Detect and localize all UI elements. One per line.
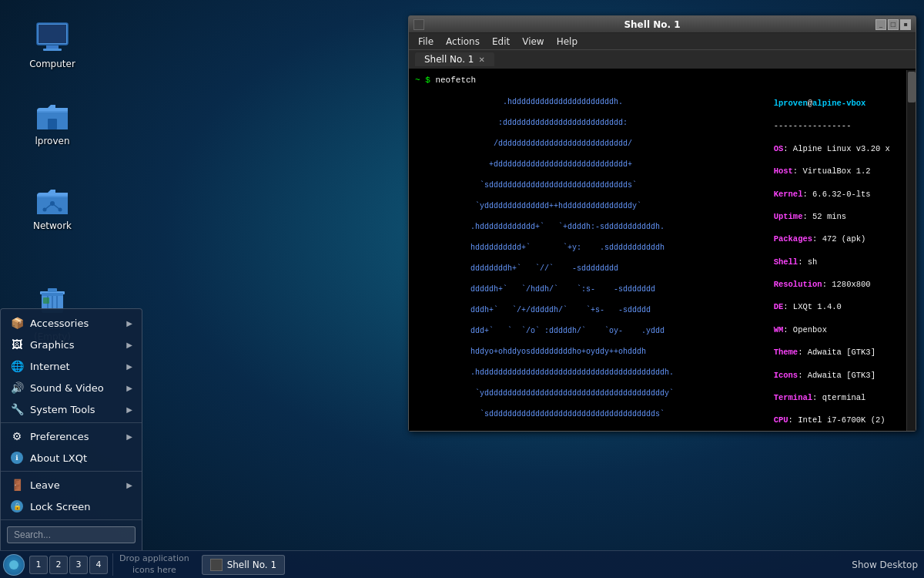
menu-item-system-tools[interactable]: 🔧 System Tools ▶ bbox=[1, 398, 142, 420]
menu-item-about-lxqt[interactable]: ℹ About LXQt bbox=[1, 447, 142, 469]
search-input[interactable] bbox=[7, 526, 136, 543]
svg-point-22 bbox=[9, 560, 18, 570]
menu-separator-2 bbox=[1, 471, 142, 472]
internet-icon: 🌐 bbox=[10, 359, 24, 373]
taskbar-left: 1 2 3 4 Drop application icons here bbox=[0, 553, 199, 576]
sound-video-arrow: ▶ bbox=[126, 384, 132, 392]
menu-item-accessories[interactable]: 📦 Accessories ▶ bbox=[1, 312, 142, 334]
preferences-icon: ⚙ bbox=[10, 429, 24, 443]
terminal-menu-edit[interactable]: Edit bbox=[486, 35, 516, 49]
terminal-menu-file[interactable]: File bbox=[412, 35, 440, 49]
start-menu: 📦 Accessories ▶ 🖼 Graphics ▶ 🌐 Internet … bbox=[0, 308, 142, 550]
svg-rect-20 bbox=[42, 293, 63, 296]
menu-item-lock-screen[interactable]: 🔒 Lock Screen bbox=[1, 496, 142, 517]
svg-rect-1 bbox=[38, 25, 66, 43]
terminal-window: Shell No. 1 _ □ ▪ File Actions Edit View… bbox=[408, 15, 916, 432]
taskbar-windows: Shell No. 1 bbox=[199, 555, 846, 575]
restore-button[interactable]: ▪ bbox=[900, 19, 911, 30]
svg-rect-2 bbox=[46, 45, 59, 49]
system-tools-arrow: ▶ bbox=[126, 405, 132, 414]
terminal-tab-bar: Shell No. 1 ✕ bbox=[409, 50, 916, 70]
neofetch-ascii-art: .hddddddddddddddddddddddh. :dddddddddddd… bbox=[415, 86, 715, 431]
graphics-label: Graphics bbox=[30, 339, 74, 351]
svg-rect-21 bbox=[43, 297, 49, 304]
terminal-title: Shell No. 1 bbox=[429, 19, 875, 30]
pager-4-button[interactable]: 4 bbox=[89, 556, 108, 574]
maximize-button[interactable]: □ bbox=[888, 19, 899, 30]
system-tools-icon: 🔧 bbox=[10, 402, 24, 416]
pager-2-button[interactable]: 2 bbox=[49, 556, 68, 574]
pager-1-button[interactable]: 1 bbox=[29, 556, 48, 574]
terminal-title-buttons: _ □ ▪ bbox=[875, 19, 911, 30]
terminal-content[interactable]: ~ $ neofetch .hddddddddddddddddddddddh. … bbox=[409, 70, 906, 431]
lock-screen-label: Lock Screen bbox=[30, 501, 90, 512]
leave-icon: 🚪 bbox=[10, 478, 24, 492]
menu-item-internet[interactable]: 🌐 Internet ▶ bbox=[1, 355, 142, 377]
preferences-label: Preferences bbox=[30, 431, 89, 442]
terminal-menu-view[interactable]: View bbox=[516, 35, 550, 49]
terminal-titlebar: Shell No. 1 _ □ ▪ bbox=[409, 16, 916, 33]
menu-item-sound-video[interactable]: 🔊 Sound & Video ▶ bbox=[1, 377, 142, 398]
desktop-icon-computer[interactable]: Computer bbox=[22, 15, 83, 72]
scrollbar-thumb[interactable] bbox=[908, 72, 916, 102]
leave-arrow: ▶ bbox=[126, 481, 132, 489]
desktop-icon-network[interactable]: Network bbox=[22, 177, 83, 234]
lxqt-logo-icon bbox=[8, 559, 20, 571]
leave-label: Leave bbox=[30, 479, 60, 491]
preferences-arrow: ▶ bbox=[126, 432, 132, 441]
terminal-tab-1[interactable]: Shell No. 1 ✕ bbox=[415, 52, 494, 66]
tab-close-button[interactable]: ✕ bbox=[478, 55, 484, 64]
pager-3-button[interactable]: 3 bbox=[69, 556, 88, 574]
menu-separator-3 bbox=[1, 519, 142, 520]
search-area bbox=[1, 523, 142, 547]
menu-item-leave[interactable]: 🚪 Leave ▶ bbox=[1, 474, 142, 496]
minimize-button[interactable]: _ bbox=[875, 19, 886, 30]
neofetch-output: .hddddddddddddddddddddddh. :dddddddddddd… bbox=[415, 86, 900, 431]
pager-2-label: 2 bbox=[56, 560, 62, 570]
svg-rect-3 bbox=[43, 49, 62, 51]
lock-icon-circle: 🔒 bbox=[11, 500, 23, 512]
shell-window-icon bbox=[210, 559, 223, 571]
lock-screen-icon: 🔒 bbox=[10, 499, 24, 513]
drop-zone-label: Drop application icons here bbox=[112, 553, 196, 576]
terminal-body: ~ $ neofetch .hddddddddddddddddddddddh. … bbox=[409, 70, 916, 431]
show-desktop-button[interactable]: Show Desktop bbox=[845, 560, 924, 570]
system-tools-label: System Tools bbox=[30, 404, 95, 415]
internet-arrow: ▶ bbox=[126, 362, 132, 371]
network-icon-label: Network bbox=[33, 220, 72, 231]
graphics-arrow: ▶ bbox=[126, 341, 132, 349]
terminal-command: neofetch bbox=[435, 76, 476, 85]
about-icon-circle: ℹ bbox=[11, 452, 23, 464]
terminal-tab-label: Shell No. 1 bbox=[424, 54, 474, 65]
home-icon-label: lproven bbox=[35, 136, 69, 146]
accessories-icon: 📦 bbox=[10, 316, 24, 330]
network-icon bbox=[34, 180, 71, 217]
svg-rect-6 bbox=[48, 119, 57, 129]
about-lxqt-icon: ℹ bbox=[10, 451, 24, 465]
lxqt-menu-button[interactable] bbox=[3, 554, 25, 576]
pager-1-label: 1 bbox=[36, 560, 42, 570]
shell-window-label: Shell No. 1 bbox=[227, 560, 276, 570]
internet-label: Internet bbox=[30, 361, 70, 372]
terminal-app-icon bbox=[413, 19, 424, 30]
svg-rect-16 bbox=[48, 288, 57, 292]
graphics-icon: 🖼 bbox=[10, 338, 24, 351]
computer-icon bbox=[34, 18, 71, 55]
terminal-menu-help[interactable]: Help bbox=[551, 35, 584, 49]
terminal-prompt-1: ~ $ bbox=[415, 76, 435, 85]
pager-4-label: 4 bbox=[96, 560, 102, 570]
menu-item-preferences[interactable]: ⚙ Preferences ▶ bbox=[1, 425, 142, 447]
terminal-menu-actions[interactable]: Actions bbox=[440, 35, 486, 49]
menu-item-graphics[interactable]: 🖼 Graphics ▶ bbox=[1, 334, 142, 355]
accessories-label: Accessories bbox=[30, 318, 89, 329]
about-lxqt-label: About LXQt bbox=[30, 452, 87, 464]
accessories-arrow: ▶ bbox=[126, 319, 132, 328]
taskbar-window-shell[interactable]: Shell No. 1 bbox=[202, 555, 285, 575]
home-folder-icon bbox=[34, 96, 71, 133]
sound-video-label: Sound & Video bbox=[30, 382, 104, 394]
desktop-icon-home[interactable]: lproven bbox=[22, 92, 83, 150]
taskbar: 1 2 3 4 Drop application icons here Shel… bbox=[0, 550, 924, 578]
terminal-menubar: File Actions Edit View Help bbox=[409, 33, 916, 50]
terminal-scrollbar[interactable] bbox=[906, 70, 916, 431]
pager-3-label: 3 bbox=[76, 560, 82, 570]
